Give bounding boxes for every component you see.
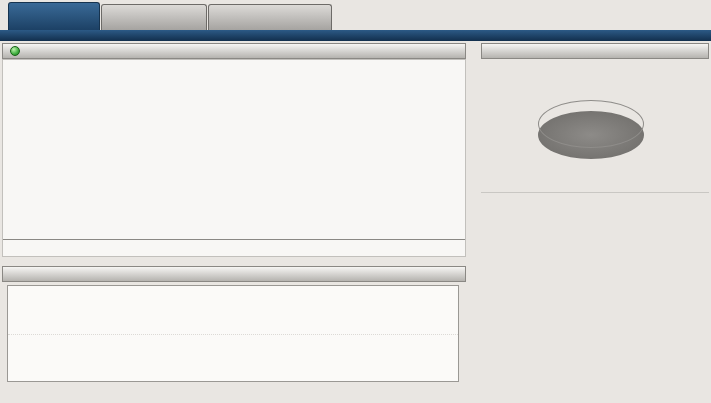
node-status-panel xyxy=(2,59,466,257)
monitoring-bar xyxy=(481,43,709,59)
tab-cluster-status[interactable] xyxy=(8,2,100,31)
nav-strip xyxy=(0,30,711,41)
throughput-legend xyxy=(505,363,705,371)
status-bar xyxy=(2,43,466,59)
legend-item-inbound xyxy=(578,363,597,371)
totals-row xyxy=(3,239,465,240)
divider xyxy=(481,192,709,193)
inbound-marker-icon xyxy=(578,363,594,371)
cluster-status-page xyxy=(0,0,711,403)
throughput-chart xyxy=(515,223,697,332)
outbound-marker-icon xyxy=(613,363,629,371)
status-ok-icon xyxy=(10,46,20,56)
legend-item-outbound xyxy=(613,363,632,371)
tab-throughput-distribution[interactable] xyxy=(208,4,332,31)
client-summary-chart xyxy=(7,285,459,382)
gridline xyxy=(8,334,458,335)
client-summary-header xyxy=(2,266,466,282)
tab-client-connections[interactable] xyxy=(101,4,207,31)
cluster-size-pie xyxy=(538,100,644,148)
